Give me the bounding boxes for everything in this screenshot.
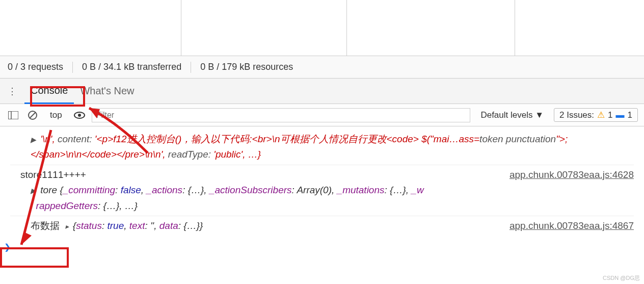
console-toolbar: top Default levels ▼ 2 Issues: ⚠ 1 ▬ 1 [0, 104, 644, 126]
expand-icon[interactable]: ▸ [65, 222, 69, 230]
log-row[interactable]: app.chunk.00783eaa.js:4628 store1111++++… [10, 165, 634, 216]
source-link[interactable]: app.chunk.00783eaa.js:4628 [509, 167, 634, 183]
svg-point-5 [78, 114, 81, 117]
svg-rect-0 [8, 111, 18, 119]
live-expression-icon[interactable] [72, 108, 87, 122]
filter-input[interactable] [92, 108, 471, 122]
console-output: ▶ '\n', content: '<p>f12进入控制台()，输入以下代码:<… [0, 126, 644, 254]
tab-whats-new[interactable]: What's New [74, 79, 140, 104]
log-text: {status: true, text: '', data: {…}} [73, 220, 203, 231]
log-text: '\n', content: '<p>f12进入控制台()，输入以下代码:<br… [31, 134, 568, 160]
levels-dropdown[interactable]: Default levels ▼ [475, 108, 549, 122]
issues-label: 2 Issues: [559, 110, 594, 120]
requests-count: 0 / 3 requests [8, 62, 63, 72]
log-row[interactable]: app.chunk.00783eaa.js:4867 布数据 ▸ {status… [10, 216, 634, 236]
info-icon: ▬ [616, 110, 625, 120]
log-row[interactable]: ▶ '\n', content: '<p>f12进入控制台()，输入以下代码:<… [10, 130, 634, 165]
kebab-menu-icon[interactable]: ⋮ [5, 84, 19, 98]
clear-console-icon[interactable] [25, 108, 40, 122]
resources-size: 0 B / 179 kB resources [200, 62, 293, 72]
expand-icon[interactable]: ▶ [31, 136, 36, 144]
console-prompt[interactable]: ❯ [4, 241, 634, 254]
svg-rect-1 [8, 111, 11, 119]
context-selector[interactable]: top [45, 108, 67, 122]
svg-line-3 [30, 112, 36, 118]
warning-icon: ⚠ [597, 110, 605, 120]
log-label: 布数据 [31, 220, 60, 231]
warning-count: 1 [608, 110, 612, 120]
network-status-bar: 0 / 3 requests 0 B / 34.1 kB transferred… [0, 56, 644, 79]
issues-button[interactable]: 2 Issues: ⚠ 1 ▬ 1 [554, 108, 638, 122]
transferred-size: 0 B / 34.1 kB transferred [82, 62, 181, 72]
info-count: 1 [628, 110, 632, 120]
tab-console[interactable]: Console [24, 79, 74, 104]
network-panel-placeholder [0, 0, 644, 56]
expand-icon[interactable]: ▶ [31, 187, 36, 195]
watermark: CSDN @DG思 [603, 274, 640, 282]
drawer-tab-bar: ⋮ Console What's New [0, 79, 644, 104]
source-link[interactable]: app.chunk.00783eaa.js:4867 [509, 218, 634, 234]
sidebar-toggle-icon[interactable] [6, 108, 20, 122]
log-text: tore {_committing: false, _actions: {…},… [31, 185, 424, 211]
